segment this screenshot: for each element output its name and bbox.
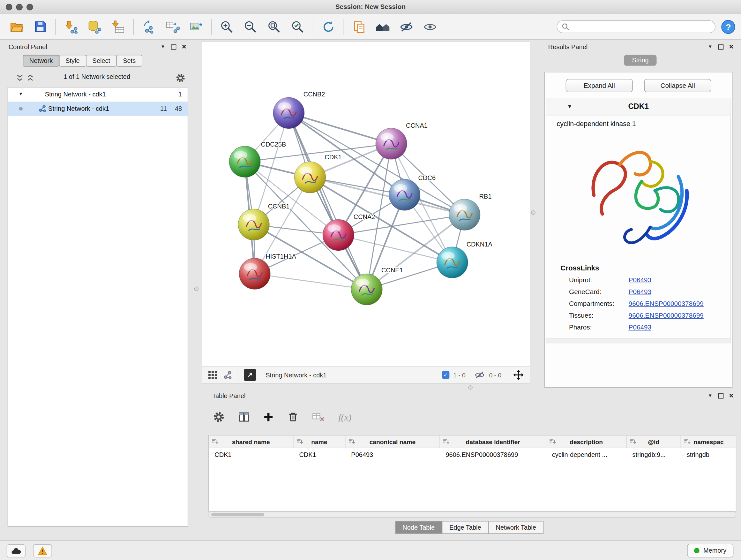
search-field[interactable]: [557, 20, 716, 33]
results-scrollbar[interactable]: [546, 338, 731, 343]
add-column-icon[interactable]: [263, 412, 274, 422]
gear-icon[interactable]: [213, 411, 225, 423]
column-sort-icon: [629, 438, 636, 445]
node-label: CCNB1: [268, 203, 290, 210]
clone-network-button[interactable]: [137, 16, 160, 38]
column-header[interactable]: canonical name: [346, 435, 440, 448]
cell-database-identifier: 9606.ENSP00000378699: [440, 448, 546, 461]
refresh-icon: [322, 20, 335, 33]
close-panel-icon[interactable]: ×: [729, 44, 734, 50]
column-header[interactable]: name: [293, 435, 346, 448]
tab-edge-table[interactable]: Edge Table: [442, 521, 488, 534]
column-header[interactable]: @id: [627, 435, 681, 448]
network-edge[interactable]: [338, 235, 452, 262]
column-header[interactable]: namespac: [681, 435, 736, 448]
help-button[interactable]: ?: [720, 18, 736, 35]
network-node[interactable]: HIST1H1A: [239, 253, 296, 289]
collapse-panel-icon[interactable]: ▼: [708, 392, 713, 399]
tab-sets[interactable]: Sets: [116, 55, 142, 67]
table-row[interactable]: CDK1 CDK1 P06493 9606.ENSP00000378699 cy…: [209, 448, 736, 461]
cloud-button[interactable]: [7, 544, 25, 557]
copy-style-button[interactable]: [347, 16, 371, 38]
network-edge[interactable]: [255, 273, 367, 289]
hidden-eye-slash-icon[interactable]: [474, 371, 485, 379]
show-all-button[interactable]: [418, 16, 442, 38]
tab-network-table[interactable]: Network Table: [488, 521, 544, 534]
save-session-button[interactable]: [28, 16, 52, 38]
zoom-fit-button[interactable]: [262, 16, 286, 38]
network-collection-row[interactable]: ▼ String Network - cdk1 1: [8, 87, 188, 102]
warning-icon: [37, 546, 48, 556]
tab-network[interactable]: Network: [23, 55, 59, 67]
table-horizontal-scrollbar[interactable]: [208, 511, 736, 517]
import-network-database-button[interactable]: [83, 16, 106, 38]
splitter-handle[interactable]: [468, 385, 473, 389]
genecard-link[interactable]: P06493: [629, 288, 651, 296]
tab-select[interactable]: Select: [86, 55, 117, 67]
crosslink-label: Pharos:: [569, 323, 629, 331]
network-glyph-icon[interactable]: [223, 370, 232, 379]
collapse-panel-icon[interactable]: ▼: [708, 44, 713, 50]
zoom-in-button[interactable]: [215, 16, 239, 38]
tab-node-table[interactable]: Node Table: [395, 521, 442, 534]
network-node[interactable]: CCNA1: [376, 122, 428, 159]
float-panel-icon[interactable]: [171, 44, 176, 49]
external-arrow-icon: [247, 372, 253, 378]
splitter-handle[interactable]: [531, 210, 536, 214]
close-panel-icon[interactable]: ×: [729, 392, 734, 399]
memory-button[interactable]: Memory: [687, 544, 734, 557]
import-network-file-button[interactable]: [59, 16, 83, 38]
network-node[interactable]: CDK1: [294, 153, 342, 193]
zoom-selected-button[interactable]: [286, 16, 310, 38]
hide-selected-button[interactable]: [395, 16, 418, 38]
gear-icon[interactable]: [176, 73, 185, 83]
network-canvas[interactable]: CCNB2CCNA1CDC25BCDK1CDC6RB1CCNB1CCNA2CDK…: [202, 42, 530, 366]
open-session-button[interactable]: [5, 16, 28, 38]
collapse-all-button[interactable]: Collapse All: [644, 79, 711, 92]
network-node[interactable]: RB1: [449, 193, 492, 230]
tab-string[interactable]: String: [624, 55, 657, 66]
pan-crosshair-icon[interactable]: [513, 369, 524, 381]
import-table-button[interactable]: [106, 16, 130, 38]
network-edge[interactable]: [289, 113, 391, 144]
uniprot-link[interactable]: P06493: [629, 276, 651, 284]
selected-checkbox-icon[interactable]: ✓: [442, 371, 450, 379]
delete-column-icon[interactable]: [287, 411, 299, 423]
network-edge[interactable]: [289, 113, 367, 289]
delete-table-icon[interactable]: [313, 412, 325, 422]
first-neighbors-button[interactable]: [371, 16, 395, 38]
export-image-button[interactable]: [185, 16, 208, 38]
network-node[interactable]: CCNB2: [273, 91, 325, 129]
tab-style[interactable]: Style: [59, 55, 86, 67]
zoom-fit-icon: [267, 20, 280, 33]
float-panel-icon[interactable]: [718, 393, 723, 398]
close-panel-icon[interactable]: ×: [182, 44, 186, 50]
network-from-table-button[interactable]: [161, 16, 185, 38]
warnings-button[interactable]: [33, 544, 52, 557]
column-header[interactable]: shared name: [209, 435, 293, 448]
apply-layout-button[interactable]: [317, 16, 340, 38]
network-node[interactable]: CDC6: [389, 174, 435, 210]
network-row[interactable]: String Network - cdk1 11 48: [8, 102, 188, 116]
column-header[interactable]: database identifier: [440, 435, 546, 448]
collapse-panel-icon[interactable]: ▼: [160, 44, 165, 50]
expand-all-button[interactable]: Expand All: [566, 79, 633, 92]
search-input[interactable]: [572, 23, 711, 30]
network-node[interactable]: CDKN1A: [436, 241, 492, 278]
network-node[interactable]: CCNB1: [238, 203, 289, 240]
help-icon: ?: [721, 19, 736, 34]
scrollbar-thumb[interactable]: [211, 513, 264, 516]
birds-eye-view-icon[interactable]: [208, 370, 218, 380]
show-columns-icon[interactable]: [238, 411, 250, 423]
compartments-link[interactable]: 9606.ENSP00000378699: [629, 300, 704, 307]
tissues-link[interactable]: 9606.ENSP00000378699: [629, 312, 704, 319]
node-label: CDK1: [325, 153, 341, 161]
tree-caret-icon[interactable]: ▼: [18, 91, 23, 97]
open-in-window-button[interactable]: [244, 369, 256, 381]
column-header[interactable]: description: [546, 435, 627, 448]
pharos-link[interactable]: P06493: [629, 323, 651, 331]
function-builder-button[interactable]: f(x): [338, 412, 351, 422]
float-panel-icon[interactable]: [718, 44, 723, 49]
zoom-out-button[interactable]: [239, 16, 262, 38]
splitter-handle[interactable]: [194, 287, 199, 291]
